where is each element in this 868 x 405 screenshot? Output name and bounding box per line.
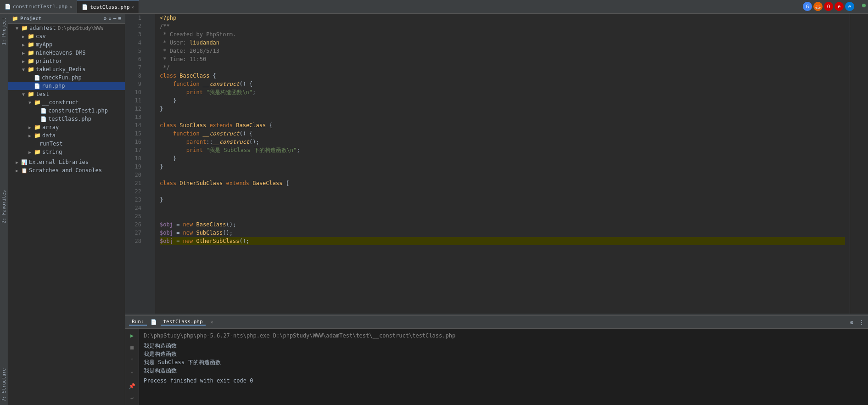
tree-item-extlibs[interactable]: ▶ 📊 External Libraries: [8, 158, 125, 166]
line-number: 3: [125, 30, 144, 39]
line-number: 1: [125, 14, 144, 22]
data-label: data: [42, 132, 56, 139]
code-line: */: [160, 63, 845, 72]
tree-item-scratches[interactable]: ▶ 📋 Scratches and Consoles: [8, 166, 125, 174]
tree-item-runtest[interactable]: ▶ runTest: [8, 140, 125, 148]
line-number: 12: [125, 105, 144, 113]
run-tab-file[interactable]: testClass.php: [161, 319, 206, 326]
code-line: /**: [160, 22, 845, 30]
takelucky-label: takeLucky_Redis: [36, 66, 85, 73]
project-panel-label[interactable]: 1: Project: [0, 14, 7, 49]
tree-item-data[interactable]: ▶ 📁 data: [8, 131, 125, 140]
code-line: * User: liudandan: [160, 39, 845, 47]
run-more-icon[interactable]: ⋮: [859, 319, 864, 326]
edge-icon[interactable]: e: [845, 2, 854, 11]
code-line: * Created by PhpStorm.: [160, 30, 845, 39]
code-editor[interactable]: 1234567891011121314151617181920212223242…: [125, 14, 868, 314]
run-play-button[interactable]: ▶: [127, 331, 137, 341]
favorites-panel-label[interactable]: 2: Favorites: [0, 186, 7, 227]
code-line: [160, 204, 845, 212]
sidebar-sort-icon[interactable]: ↕: [108, 16, 112, 22]
line-number: 17: [125, 146, 144, 154]
line-number: 15: [125, 129, 144, 138]
run-pin-button[interactable]: 📌: [127, 381, 137, 391]
run-label: Run:: [132, 319, 144, 325]
code-line: * Date: 2018/5/13: [160, 47, 845, 55]
run-scroll-down-button[interactable]: ↓: [127, 366, 137, 377]
ie-icon[interactable]: e: [834, 2, 844, 11]
opera-icon[interactable]: O: [824, 2, 833, 11]
line-number: 20: [125, 171, 144, 179]
run-tab-label: Run:: [129, 319, 147, 326]
tree-item-string[interactable]: ▶ 📁 string: [8, 148, 125, 156]
tree-item-test[interactable]: ▼ 📁 test: [8, 90, 125, 98]
checkfun-file-icon: 📄: [34, 75, 40, 81]
line-number: 23: [125, 196, 144, 204]
code-line: function __construct() {: [160, 80, 845, 88]
tree-item-nineheavens[interactable]: ▶ 📁 nineHeavens-DMS: [8, 49, 125, 57]
tab-close-constructTest1[interactable]: ✕: [69, 4, 72, 9]
code-line: [160, 113, 845, 121]
project-sidebar: 📁 Project ⚙ ↕ — ≡ ▼ 📁 adamTest D:\phpStu…: [8, 14, 125, 405]
chrome-icon[interactable]: G: [803, 2, 812, 11]
code-line: [160, 171, 845, 179]
sidebar-settings-icon[interactable]: ⚙: [104, 16, 107, 22]
run-scroll-up-button[interactable]: ↑: [127, 354, 137, 365]
tree-item-constructtest1[interactable]: ▶ 📄 constructTest1.php: [8, 107, 125, 115]
run-exit-message: Process finished with exit code 0: [144, 377, 863, 385]
code-line: }: [160, 96, 845, 105]
run-settings-icon[interactable]: ⚙: [850, 319, 853, 326]
tree-item-array[interactable]: ▶ 📁 array: [8, 123, 125, 131]
tab-testClass[interactable]: 📄 testClass.php ✕: [77, 0, 139, 13]
tab-close-testClass[interactable]: ✕: [131, 5, 134, 10]
run-output[interactable]: D:\phpStudy\php\php-5.6.27-nts\php.exe D…: [139, 329, 868, 405]
file-tree: ▼ 📁 adamTest D:\phpStudy\WWW ▶ 📁 csv ▶ 📁…: [8, 24, 125, 174]
array-folder-icon: 📁: [34, 124, 41, 130]
line-number: 4: [125, 39, 144, 47]
tree-item-checkfun[interactable]: ▶ 📄 checkFun.php: [8, 73, 125, 82]
sidebar-header: 📁 Project ⚙ ↕ — ≡: [8, 14, 125, 24]
code-line: * Time: 11:50: [160, 55, 845, 63]
run-output-line: 我是构造函数: [144, 366, 863, 375]
tree-item-testclass[interactable]: ▶ 📄 testClass.php: [8, 115, 125, 123]
runphp-label: run.php: [42, 83, 65, 89]
code-line: [160, 187, 845, 196]
code-line: }: [160, 105, 845, 113]
code-content[interactable]: <?php/** * Created by PhpStorm. * User: …: [155, 14, 850, 314]
tree-item-printfor[interactable]: ▶ 📁 printFor: [8, 57, 125, 65]
code-line: }: [160, 154, 845, 163]
run-stop-button[interactable]: ■: [127, 343, 137, 353]
checkfun-label: checkFun.php: [42, 74, 82, 81]
run-wrap-button[interactable]: ↩: [127, 393, 137, 403]
run-close-icon[interactable]: ✕: [211, 320, 213, 325]
tree-item-runphp[interactable]: ▶ 📄 run.php: [8, 82, 125, 90]
line-number: 19: [125, 163, 144, 171]
run-controls: ▶ ■ ↑ ↓ 📌 ↩: [125, 329, 139, 405]
constructtest1-label: constructTest1.php: [48, 107, 108, 114]
tree-item-csv[interactable]: ▶ 📁 csv: [8, 32, 125, 40]
csv-folder-icon: 📁: [28, 33, 34, 39]
line-number: 27: [125, 229, 144, 237]
run-output-line: 我是 SubClass 下的构造函数: [144, 358, 863, 366]
code-line: $obj = new OtherSubClass();: [160, 237, 845, 245]
nineheavens-folder-icon: 📁: [28, 50, 34, 56]
string-folder-icon: 📁: [34, 149, 41, 155]
code-line: class SubClass extends BaseClass {: [160, 121, 845, 129]
tab-constructTest1[interactable]: 📄 constructTest1.php ✕: [0, 0, 77, 13]
printfor-label: printFor: [36, 58, 62, 64]
line-number: 5: [125, 47, 144, 55]
tree-item-myapp[interactable]: ▶ 📁 myApp: [8, 40, 125, 49]
test-folder-icon: 📁: [28, 91, 34, 97]
test-label: test: [36, 91, 49, 97]
constructtest1-file-icon: 📄: [40, 108, 47, 114]
line-number: 6: [125, 55, 144, 63]
tree-root[interactable]: ▼ 📁 adamTest D:\phpStudy\WWW: [8, 24, 125, 32]
tree-item-construct[interactable]: ▼ 📁 __construct: [8, 98, 125, 107]
sidebar-more-icon[interactable]: ≡: [118, 16, 121, 22]
takelucky-folder-icon: 📁: [28, 66, 34, 73]
firefox-icon[interactable]: 🦊: [813, 2, 823, 11]
tree-item-takelucky[interactable]: ▼ 📁 takeLucky_Redis: [8, 65, 125, 73]
sidebar-collapse-icon[interactable]: —: [113, 16, 117, 22]
code-line: $obj = new SubClass();: [160, 229, 845, 237]
structure-panel-label[interactable]: 7: Structure: [0, 365, 7, 405]
